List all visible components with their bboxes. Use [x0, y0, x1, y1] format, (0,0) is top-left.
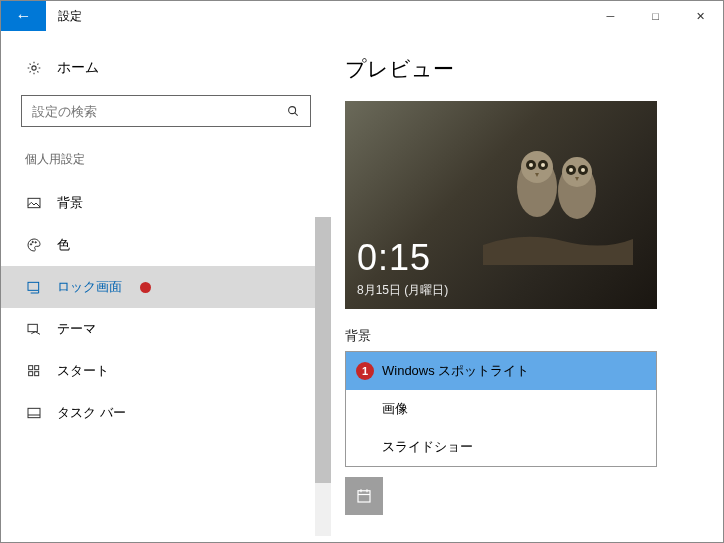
svg-rect-27 [358, 491, 370, 502]
page-title: プレビュー [345, 55, 693, 83]
svg-rect-9 [29, 366, 33, 370]
sidebar-item-taskbar[interactable]: タスク バー [1, 392, 331, 434]
svg-point-20 [541, 163, 545, 167]
dropdown-option-picture[interactable]: 画像 [346, 390, 656, 428]
dropdown-option-label: 画像 [382, 401, 408, 416]
svg-point-19 [529, 163, 533, 167]
svg-point-25 [569, 168, 573, 172]
sidebar-item-label: タスク バー [57, 404, 126, 422]
dropdown-option-slideshow[interactable]: スライドショー [346, 428, 656, 466]
background-field-label: 背景 [345, 327, 693, 345]
svg-rect-12 [35, 372, 39, 376]
svg-point-0 [32, 66, 36, 70]
svg-point-16 [521, 151, 553, 183]
annotation-marker-1: 1 [356, 362, 374, 380]
sidebar-item-themes[interactable]: テーマ [1, 308, 331, 350]
calendar-icon [355, 487, 373, 505]
main-panel: プレビュー 0:15 8月1 [331, 31, 723, 542]
svg-point-5 [32, 241, 33, 242]
svg-rect-10 [35, 366, 39, 370]
search-icon [276, 102, 310, 120]
sidebar-item-label: 色 [57, 236, 70, 254]
sidebar-item-label: スタート [57, 362, 109, 380]
picture-icon [25, 194, 43, 212]
sidebar-item-background[interactable]: 背景 [1, 182, 331, 224]
window-title: 設定 [46, 1, 94, 31]
start-icon [25, 362, 43, 380]
svg-point-4 [30, 244, 31, 245]
sidebar-item-label: テーマ [57, 320, 96, 338]
sidebar-scrollbar[interactable] [315, 217, 331, 536]
home-label: ホーム [57, 59, 99, 77]
theme-icon [25, 320, 43, 338]
lockscreen-icon [25, 278, 43, 296]
search-field[interactable] [22, 104, 276, 119]
dropdown-option-label: Windows スポットライト [382, 363, 529, 378]
palette-icon [25, 236, 43, 254]
calendar-button[interactable] [345, 477, 383, 515]
lockscreen-preview: 0:15 8月15日 (月曜日) [345, 101, 657, 309]
titlebar: ← 設定 ─ □ ✕ [1, 1, 723, 31]
svg-point-26 [581, 168, 585, 172]
svg-point-6 [35, 242, 36, 243]
section-label: 個人用設定 [1, 151, 331, 182]
minimize-button[interactable]: ─ [588, 1, 633, 31]
svg-point-1 [289, 107, 296, 114]
svg-rect-13 [28, 408, 40, 417]
sidebar: ホーム 個人用設定 背景 色 [1, 31, 331, 542]
dropdown-option-label: スライドショー [382, 439, 473, 454]
close-button[interactable]: ✕ [678, 1, 723, 31]
svg-rect-8 [28, 324, 37, 331]
annotation-dot [140, 282, 151, 293]
nav-list: 背景 色 ロック画面 テーマ [1, 182, 331, 434]
sidebar-item-colors[interactable]: 色 [1, 224, 331, 266]
gear-icon [25, 59, 43, 77]
preview-time: 0:15 [357, 237, 431, 279]
close-icon: ✕ [696, 10, 705, 23]
dropdown-option-spotlight[interactable]: 1 Windows スポットライト [346, 352, 656, 390]
sidebar-item-lockscreen[interactable]: ロック画面 [1, 266, 331, 308]
sidebar-item-start[interactable]: スタート [1, 350, 331, 392]
arrow-left-icon: ← [16, 7, 32, 25]
home-link[interactable]: ホーム [1, 49, 331, 95]
search-input[interactable] [21, 95, 311, 127]
preview-date: 8月15日 (月曜日) [357, 282, 448, 299]
back-button[interactable]: ← [1, 1, 46, 31]
background-dropdown[interactable]: 1 Windows スポットライト 画像 スライドショー [345, 351, 657, 467]
svg-line-2 [295, 113, 298, 116]
maximize-icon: □ [652, 10, 659, 22]
svg-rect-11 [29, 372, 33, 376]
scrollbar-thumb[interactable] [315, 217, 331, 483]
taskbar-icon [25, 404, 43, 422]
sidebar-item-label: ロック画面 [57, 278, 122, 296]
preview-image-owls [483, 135, 633, 265]
svg-rect-7 [28, 282, 39, 290]
maximize-button[interactable]: □ [633, 1, 678, 31]
sidebar-item-label: 背景 [57, 194, 83, 212]
svg-rect-3 [28, 198, 40, 207]
minimize-icon: ─ [607, 10, 615, 22]
